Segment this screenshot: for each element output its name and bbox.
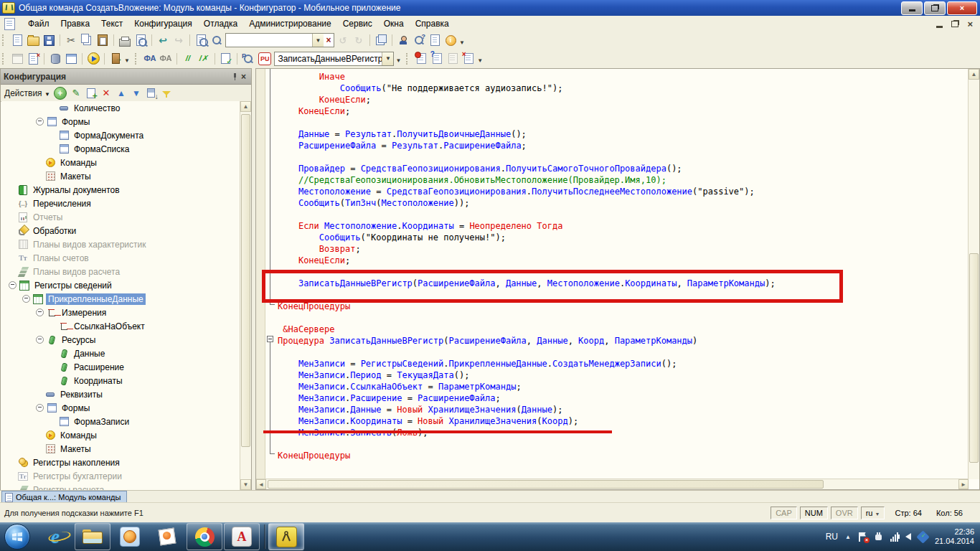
syntax-check-button[interactable] [219,52,233,66]
tree-expander-icon[interactable] [36,404,44,412]
code-line-32[interactable] [278,438,969,450]
code-line-7[interactable] [278,151,969,163]
menu-item-0[interactable]: Файл [22,17,55,30]
code-line-23[interactable]: Процедура ЗаписатьДанныеВРегистр(Расшире… [278,335,969,347]
code-line-3[interactable]: КонецЕсли; [278,105,969,117]
undo-button[interactable]: ↩ [156,33,170,47]
procedure-combobox-value[interactable]: ЗаписатьДанныеВРегистр [275,54,382,64]
tree-item-15[interactable]: Измерения [1,306,240,319]
actions-menu[interactable]: Действия ▼ [4,88,50,98]
code-line-27[interactable]: МенЗаписи.СсылкаНаОбъект = ПараметрКоман… [278,381,969,392]
editor-vscroll-thumb[interactable] [969,253,979,463]
tree-expander-icon[interactable] [36,118,44,126]
tree-item-25[interactable]: Макеты [1,442,240,456]
tree-scrollbar[interactable]: ▲ ▼ [240,101,251,490]
mdi-minimize-icon[interactable] [936,26,943,28]
menu-item-7[interactable]: Окна [378,17,410,30]
dropbox-icon[interactable] [916,530,929,543]
tree-scroll-down-icon[interactable]: ▼ [240,479,251,490]
tree-item-19[interactable]: Расширение [1,360,240,374]
toggle-bookmark-button[interactable] [414,52,428,66]
code-line-15[interactable]: Возврат; [278,243,969,255]
restore-button[interactable] [924,1,946,15]
pin-icon[interactable] [231,72,239,80]
find-button[interactable] [209,33,224,47]
info-button[interactable]: i [443,33,458,47]
bookmark-options-icon[interactable]: ▼ [477,57,483,64]
editor-scroll-left-icon[interactable]: ◄ [256,479,266,489]
tray-language[interactable]: RU [826,532,838,542]
search-combobox[interactable]: ▼ × [225,33,334,47]
tree-item-2[interactable]: ФормаДокумента [1,128,240,142]
tree-item-1[interactable]: Формы [1,115,240,128]
print-button[interactable] [118,33,132,47]
tree-item-17[interactable]: Ресурсы [1,333,240,347]
toolbar-grip[interactable] [406,53,410,65]
procedure-dropdown-icon[interactable]: ▼ [382,52,393,65]
update-db-configuration-button[interactable] [48,52,62,66]
tree-item-23[interactable]: ФормаЗаписи [1,415,240,428]
code-line-5[interactable]: Данные = Результат.ПолучитьДвоичныеДанны… [278,128,969,140]
tree-item-21[interactable]: Реквизиты [1,387,240,401]
tree-item-12[interactable]: Планы видов расчета [1,265,240,278]
clear-bookmarks-button[interactable]: × [461,52,476,66]
code-area[interactable]: Иначе Сообщить("Не поддерживается аудиоз… [256,69,969,479]
format-block-button[interactable]: ФА [159,52,173,66]
editor-hscrollbar[interactable]: ◄ ► [256,479,969,489]
syntax-assistant-button[interactable] [396,33,410,47]
move-up-icon[interactable]: ▲ [116,88,127,99]
tree-item-13[interactable]: Регистры сведений [1,278,240,292]
filter-icon[interactable] [161,88,172,99]
tree-item-18[interactable]: Данные [1,347,240,360]
windows-list-button[interactable] [374,33,388,47]
tree-expander-icon[interactable] [22,295,30,303]
tree-item-6[interactable]: Журналы документов [1,183,240,197]
tree-expander-icon[interactable] [36,336,44,344]
code-line-24[interactable] [278,347,969,358]
mdi-close-icon[interactable]: × [967,19,973,29]
taskbar-windows-explorer[interactable] [75,523,110,550]
code-line-2[interactable]: КонецЕсли; [278,94,969,105]
remove-comment-button[interactable]: /✗ [197,52,211,66]
taskbar-media-player[interactable] [112,523,148,550]
tree-item-26[interactable]: Регистры накопления [1,456,240,469]
print-preview-button[interactable] [133,33,148,47]
add-comment-button[interactable]: // [181,52,195,66]
editor-scroll-right-icon[interactable]: ► [958,479,969,489]
format-button[interactable]: ФА [143,52,157,66]
menu-item-5[interactable]: Администрирование [243,17,336,30]
fold-collapse-icon[interactable] [267,336,273,342]
power-icon[interactable] [874,532,883,542]
code-line-33[interactable]: КонецПроцедуры [278,450,969,461]
tree-item-7[interactable]: Перечисления [1,197,240,210]
sort-icon[interactable] [146,88,157,99]
code-line-22[interactable]: &НаСервере [278,324,969,335]
taskbar-chrome[interactable] [187,523,222,550]
editor-hscroll-thumb[interactable] [268,480,824,489]
volume-icon[interactable] [905,533,911,540]
prev-bookmark-button[interactable] [446,52,460,66]
tree-item-10[interactable]: Планы видов характеристик [1,237,240,251]
code-line-25[interactable]: МенЗаписи = РегистрыСведений.Прикрепленн… [278,358,969,369]
code-line-0[interactable]: Иначе [278,71,969,83]
tree-item-22[interactable]: Формы [1,401,240,415]
tray-overflow-icon[interactable]: ▲ [845,534,851,540]
move-down-icon[interactable]: ▼ [131,88,142,99]
find-in-file-button[interactable] [194,33,208,47]
search-dropdown-icon[interactable]: ▼ [312,34,324,47]
code-line-1[interactable]: Сообщить("Не поддерживается аудиозапись!… [278,83,969,94]
tree-expander-icon[interactable] [36,309,44,316]
toolbar-options-icon[interactable]: ▼ [459,39,465,46]
taskbar-photo-viewer[interactable] [149,523,185,550]
copy-add-icon[interactable] [85,88,97,99]
code-line-11[interactable]: Сообщить(ТипЗнч(Местоположение)); [278,197,969,209]
taskbar-1c-configurator[interactable] [268,523,304,550]
start-button[interactable] [4,524,30,550]
menu-item-4[interactable]: Отладка [198,17,243,30]
code-editor[interactable]: Иначе Сообщить("Не поддерживается аудиоз… [255,68,980,490]
code-line-4[interactable] [278,117,969,128]
edit-icon[interactable]: ✎ [70,88,82,99]
tree-item-28[interactable]: Регистры расчета [1,483,240,490]
minimize-button[interactable] [901,1,923,15]
tree-item-14[interactable]: ПрикрепленныеДанные [1,292,240,306]
